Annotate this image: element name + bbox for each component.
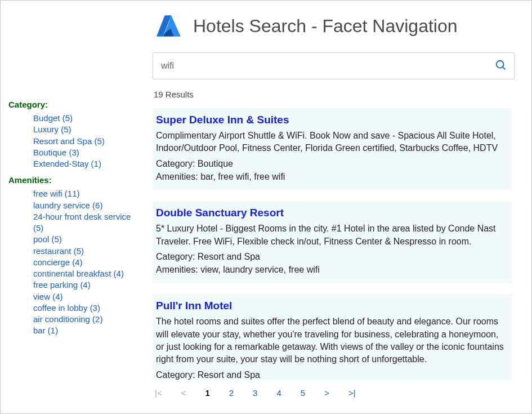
facet-amenity-item[interactable]: restaurant (5) bbox=[33, 246, 139, 257]
results-list[interactable]: Super Deluxe Inn & Suites Complimentary … bbox=[153, 108, 515, 380]
search-result: Super Deluxe Inn & Suites Complimentary … bbox=[153, 108, 512, 190]
result-amenities: Amenities: bar, free wifi, free wifi bbox=[156, 170, 509, 183]
result-description: Complimentary Airport Shuttle & WiFi. Bo… bbox=[156, 130, 509, 155]
facet-amenity-item[interactable]: view (4) bbox=[33, 291, 139, 302]
facet-amenities-list: free wifi (11) laundry service (6) 24-ho… bbox=[8, 188, 139, 336]
facet-amenity-item[interactable]: 24-hour front desk service (5) bbox=[33, 211, 139, 234]
pager: |< < 1 2 3 4 5 > >| bbox=[153, 380, 515, 408]
pager-first[interactable]: |< bbox=[155, 388, 162, 398]
result-title[interactable]: Super Deluxe Inn & Suites bbox=[156, 114, 509, 126]
facet-category-item[interactable]: Resort and Spa (5) bbox=[33, 136, 139, 147]
facet-category-item[interactable]: Extended-Stay (1) bbox=[33, 158, 139, 170]
search-button[interactable] bbox=[494, 59, 508, 73]
result-title[interactable]: Double Sanctuary Resort bbox=[156, 207, 509, 219]
facet-amenity-item[interactable]: coffee in lobby (3) bbox=[33, 302, 139, 314]
result-category: Category: Boutique bbox=[156, 157, 509, 170]
pager-page-5[interactable]: 5 bbox=[301, 388, 305, 398]
search-bar bbox=[153, 52, 515, 79]
facet-amenity-item[interactable]: free parking (4) bbox=[33, 279, 139, 291]
result-title[interactable]: Pull'r Inn Motel bbox=[156, 300, 509, 312]
facet-category-item[interactable]: Luxury (5) bbox=[33, 124, 139, 135]
result-description: The hotel rooms and suites offer the per… bbox=[156, 315, 509, 366]
header: Hotels Search - Facet Navigation bbox=[153, 12, 515, 40]
svg-point-0 bbox=[497, 60, 504, 68]
search-result: Double Sanctuary Resort 5* Luxury Hotel … bbox=[153, 201, 512, 283]
result-amenities: Amenities: view, laundry service, free w… bbox=[156, 263, 509, 276]
search-input[interactable] bbox=[161, 61, 494, 71]
facet-category-list: Budget (5) Luxury (5) Resort and Spa (5)… bbox=[8, 113, 139, 170]
pager-page-4[interactable]: 4 bbox=[276, 388, 281, 398]
facet-category-item[interactable]: Budget (5) bbox=[33, 113, 139, 124]
facet-amenity-item[interactable]: bar (1) bbox=[33, 325, 139, 336]
pager-last[interactable]: >| bbox=[348, 388, 356, 398]
facet-category-header: Category: bbox=[8, 100, 139, 109]
azure-logo-icon bbox=[155, 12, 183, 40]
svg-line-1 bbox=[503, 66, 506, 69]
facet-amenity-item[interactable]: pool (5) bbox=[33, 234, 139, 245]
result-category: Category: Resort and Spa bbox=[156, 250, 509, 263]
facet-amenity-item[interactable]: continental breakfast (4) bbox=[33, 268, 139, 279]
pager-page-3[interactable]: 3 bbox=[253, 388, 257, 398]
sidebar: Category: Budget (5) Luxury (5) Resort a… bbox=[1, 1, 147, 413]
result-category: Category: Resort and Spa bbox=[156, 368, 509, 380]
facet-category-item[interactable]: Boutique (3) bbox=[33, 147, 139, 158]
main-content: Hotels Search - Facet Navigation 19 Resu… bbox=[147, 1, 531, 413]
facet-amenity-item[interactable]: laundry service (6) bbox=[33, 200, 139, 211]
facet-amenities-header: Amenities: bbox=[8, 175, 139, 185]
search-icon bbox=[495, 59, 507, 73]
facet-amenity-item[interactable]: air conditioning (2) bbox=[33, 314, 139, 325]
search-result: Pull'r Inn Motel The hotel rooms and sui… bbox=[153, 294, 512, 380]
page-title: Hotels Search - Facet Navigation bbox=[193, 16, 458, 37]
pager-prev[interactable]: < bbox=[181, 388, 186, 398]
results-count: 19 Results bbox=[153, 90, 515, 99]
facet-amenity-item[interactable]: concierge (4) bbox=[33, 257, 139, 268]
pager-next[interactable]: > bbox=[324, 388, 329, 398]
result-description: 5* Luxury Hotel - Biggest Rooms in the c… bbox=[156, 222, 509, 248]
pager-page-2[interactable]: 2 bbox=[229, 388, 234, 398]
facet-amenity-item[interactable]: free wifi (11) bbox=[33, 188, 139, 199]
pager-page-1[interactable]: 1 bbox=[205, 388, 209, 398]
